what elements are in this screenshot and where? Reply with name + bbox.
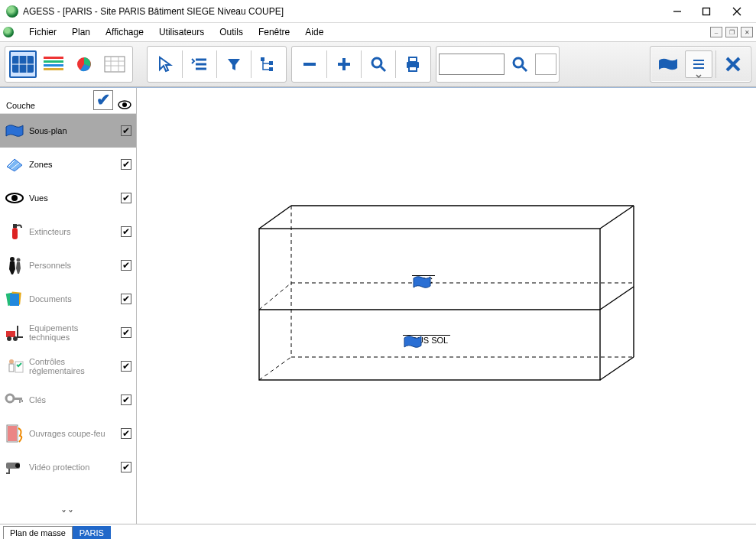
filter-button[interactable] [220,50,248,78]
window-title: AGESS - [PARIS - Site PARIS Bâtiment SIE… [23,6,284,17]
layer-label: Sous-plan [29,126,116,135]
toggle-all-layers-checkbox[interactable]: ✔ [93,90,113,110]
extinguisher-icon [5,222,24,242]
menu-plan[interactable]: Plan [64,24,98,40]
window-close-button[interactable] [721,1,753,22]
layer-visibility-checkbox[interactable]: ✔ [121,193,131,203]
app-icon-small [3,27,14,37]
svg-rect-56 [17,336,23,338]
window-titlebar: AGESS - [PARIS - Site PARIS Bâtiment SIE… [0,0,756,23]
view-plan-button[interactable] [9,50,37,78]
search-button[interactable] [506,50,534,78]
layer-row-ouvrages[interactable]: Ouvrages coupe-feu ✔ [0,417,136,450]
magnifier-icon [370,56,387,73]
plan-map-button[interactable] [654,50,682,78]
visibility-icon [118,99,131,110]
tab-plan-de-masse[interactable]: Plan de masse [3,526,73,539]
svg-rect-8 [44,57,63,59]
zoom-fit-button[interactable] [365,50,392,78]
mdi-minimize-button[interactable]: – [710,27,722,37]
toolbar-right-group [650,46,751,83]
svg-line-28 [381,67,385,71]
view-list-button[interactable] [40,50,67,78]
svg-line-80 [259,283,291,310]
layer-row-extincteurs[interactable]: Extincteurs ✔ [0,215,136,248]
window-minimize-button[interactable] [663,1,692,22]
layer-row-personnels[interactable]: Personnels ✔ [0,248,136,282]
layer-row-equipements[interactable]: Equipements techniques ✔ [0,316,136,349]
pointer-button[interactable] [151,50,179,78]
layer-label: Extincteurs [29,227,116,236]
svg-point-60 [6,395,14,402]
layer-label: Vues [29,193,116,203]
svg-point-67 [15,463,20,468]
tab-paris[interactable]: PARIS [73,526,111,539]
menu-aide[interactable]: Aide [297,24,331,40]
layer-label: Contrôles réglementaires [29,357,116,375]
menu-affichage[interactable]: Affichage [98,24,151,40]
svg-rect-58 [9,364,14,372]
layer-visibility-checkbox[interactable]: ✔ [121,428,131,439]
svg-rect-22 [269,61,273,65]
menu-utilisateurs[interactable]: Utilisateurs [151,24,212,40]
svg-rect-1 [703,8,710,15]
layer-label: Vidéo protection [29,463,116,472]
layer-visibility-checkbox[interactable]: ✔ [121,226,131,237]
floor-marker-sous-sol[interactable]: SOUS SOL [403,334,450,345]
window-maximize-button[interactable] [692,1,721,22]
svg-rect-63 [21,400,23,402]
cursor-icon [157,56,173,73]
svg-line-78 [259,357,291,380]
print-button[interactable] [399,50,427,78]
layer-panel-overflow-button[interactable]: ˅˅ [0,505,136,524]
view-grid-button[interactable] [101,50,128,78]
menu-outils[interactable]: Outils [212,24,251,40]
layer-visibility-checkbox[interactable]: ✔ [121,125,131,136]
layer-row-controles[interactable]: Contrôles réglementaires ✔ [0,349,136,383]
layer-row-video[interactable]: Vidéo protection ✔ [0,450,136,484]
svg-rect-10 [44,64,63,67]
layer-visibility-checkbox[interactable]: ✔ [121,361,131,372]
notes-button[interactable] [685,50,712,78]
svg-point-53 [7,336,11,341]
close-view-button[interactable] [719,50,747,78]
layer-row-sous-plan[interactable]: Sous-plan ✔ [0,114,136,148]
tree-icon [260,57,277,72]
svg-rect-59 [15,362,23,372]
menu-fenetre[interactable]: Fenêtre [251,24,297,40]
layers-list-button[interactable] [186,50,213,78]
svg-line-75 [600,287,634,310]
svg-rect-9 [44,60,63,63]
menu-fichier[interactable]: Fichier [21,24,64,40]
layer-label: Clés [29,395,116,404]
keys-icon [5,390,24,410]
toolbar-view-group [5,46,133,83]
svg-rect-30 [409,57,417,62]
floor-marker-rdc[interactable]: RDC [412,274,435,285]
layer-visibility-checkbox[interactable]: ✔ [121,462,131,472]
svg-line-74 [600,357,634,380]
layer-row-vues[interactable]: Vues ✔ [0,181,136,215]
search-aux-button[interactable] [535,54,556,75]
zoom-out-button[interactable] [296,50,323,78]
layer-visibility-checkbox[interactable]: ✔ [121,395,131,405]
close-icon [725,56,741,73]
layer-row-cles[interactable]: Clés ✔ [0,383,136,417]
layer-visibility-checkbox[interactable]: ✔ [121,294,131,304]
layer-row-zones[interactable]: Zones ✔ [0,148,136,181]
layer-visibility-checkbox[interactable]: ✔ [121,260,131,271]
plan-canvas[interactable]: RDC SOUS SOL [137,88,756,524]
zoom-in-button[interactable] [330,50,358,78]
layer-visibility-checkbox[interactable]: ✔ [121,159,131,170]
tree-button[interactable] [255,50,282,78]
mdi-restore-button[interactable]: ❐ [725,27,738,37]
svg-line-72 [600,206,634,229]
layer-row-documents[interactable]: Documents ✔ [0,282,136,316]
svg-rect-11 [44,68,63,70]
layer-visibility-checkbox[interactable]: ✔ [121,327,131,338]
mdi-close-button[interactable]: ✕ [741,27,753,37]
svg-rect-55 [17,326,18,338]
svg-line-33 [522,67,527,71]
search-input[interactable] [439,54,505,75]
view-chart-button[interactable] [70,50,98,78]
